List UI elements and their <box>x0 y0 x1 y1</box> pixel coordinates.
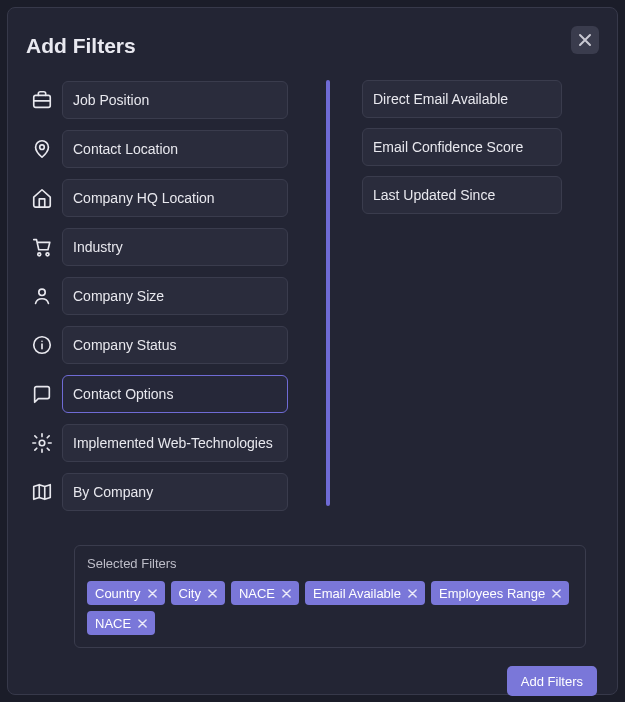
svg-point-3 <box>46 253 49 256</box>
pin-icon <box>22 138 62 160</box>
subfilter-label: Last Updated Since <box>373 187 495 203</box>
category-job-position[interactable]: Job Position <box>62 81 288 119</box>
chip-remove-button[interactable] <box>550 587 563 600</box>
chip-remove-button[interactable] <box>206 587 219 600</box>
chat-icon <box>22 383 62 405</box>
category-company-size[interactable]: Company Size <box>62 277 288 315</box>
close-icon <box>552 589 561 598</box>
category-contact-options[interactable]: Contact Options <box>62 375 288 413</box>
chip-label: Employees Range <box>439 586 545 601</box>
close-icon <box>208 589 217 598</box>
filter-chip: Employees Range <box>431 581 569 605</box>
subfilter-last-updated-since[interactable]: Last Updated Since <box>362 176 562 214</box>
chip-label: NACE <box>95 616 131 631</box>
close-icon <box>148 589 157 598</box>
subfilter-label: Email Confidence Score <box>373 139 523 155</box>
add-filters-button[interactable]: Add Filters <box>507 666 597 696</box>
category-label: Contact Options <box>73 386 173 402</box>
category-contact-location[interactable]: Contact Location <box>62 130 288 168</box>
category-label: Company HQ Location <box>73 190 215 206</box>
close-icon <box>408 589 417 598</box>
close-button[interactable] <box>571 26 599 54</box>
subfilter-options: Direct Email AvailableEmail Confidence S… <box>362 80 562 521</box>
category-company-hq-location[interactable]: Company HQ Location <box>62 179 288 217</box>
briefcase-icon <box>22 89 62 111</box>
filter-chip: NACE <box>87 611 155 635</box>
subfilter-label: Direct Email Available <box>373 91 508 107</box>
map-icon <box>22 481 62 503</box>
home-icon <box>22 187 62 209</box>
chip-label: Email Available <box>313 586 401 601</box>
selected-filters-label: Selected Filters <box>87 556 575 571</box>
info-icon <box>22 334 62 356</box>
filter-chip: Email Available <box>305 581 425 605</box>
close-icon <box>578 33 592 47</box>
column-divider <box>326 80 330 506</box>
modal-title: Add Filters <box>18 20 607 80</box>
filter-chip: NACE <box>231 581 299 605</box>
selected-filters-panel: Selected Filters CountryCityNACEEmail Av… <box>74 545 586 648</box>
category-label: By Company <box>73 484 153 500</box>
svg-point-6 <box>39 440 45 446</box>
chip-remove-button[interactable] <box>280 587 293 600</box>
chip-label: City <box>179 586 201 601</box>
chip-label: Country <box>95 586 141 601</box>
gear-icon <box>22 432 62 454</box>
category-label: Company Size <box>73 288 164 304</box>
category-label: Implemented Web-Technologies <box>73 435 273 451</box>
category-label: Industry <box>73 239 123 255</box>
svg-point-1 <box>40 145 45 150</box>
category-label: Company Status <box>73 337 177 353</box>
selected-filters-chips: CountryCityNACEEmail AvailableEmployees … <box>87 581 575 635</box>
category-company-status[interactable]: Company Status <box>62 326 288 364</box>
category-by-company[interactable]: By Company <box>62 473 288 511</box>
close-icon <box>138 619 147 628</box>
filter-chip: Country <box>87 581 165 605</box>
cart-icon <box>22 236 62 258</box>
chip-remove-button[interactable] <box>136 617 149 630</box>
category-label: Contact Location <box>73 141 178 157</box>
add-filters-modal: Add Filters Job PositionContact Location… <box>7 7 618 695</box>
person-icon <box>22 285 62 307</box>
filter-chip: City <box>171 581 225 605</box>
close-icon <box>282 589 291 598</box>
svg-point-4 <box>39 289 45 295</box>
subfilter-direct-email-available[interactable]: Direct Email Available <box>362 80 562 118</box>
chip-remove-button[interactable] <box>146 587 159 600</box>
subfilter-email-confidence-score[interactable]: Email Confidence Score <box>362 128 562 166</box>
category-industry[interactable]: Industry <box>62 228 288 266</box>
category-implemented-web-technologies[interactable]: Implemented Web-Technologies <box>62 424 288 462</box>
category-label: Job Position <box>73 92 149 108</box>
chip-label: NACE <box>239 586 275 601</box>
chip-remove-button[interactable] <box>406 587 419 600</box>
filter-categories: Job PositionContact LocationCompany HQ L… <box>22 80 288 521</box>
svg-point-2 <box>38 253 41 256</box>
